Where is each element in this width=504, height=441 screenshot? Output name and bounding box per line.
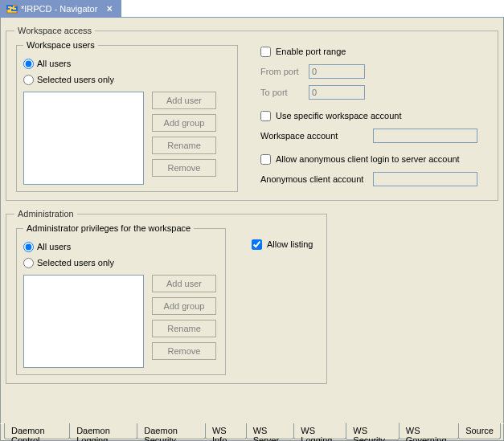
anonymous-account-input[interactable]	[373, 172, 477, 186]
enable-port-range-label: Enable port range	[276, 47, 346, 56]
bottom-tab-source[interactable]: Source	[458, 423, 501, 439]
radio-admin-selected-users-label: Selected users only	[37, 258, 114, 267]
bottom-tab-ws-logging[interactable]: WS Logging	[293, 423, 346, 439]
ws-add-group-button[interactable]: Add group	[152, 114, 216, 132]
workspace-account-input[interactable]	[373, 129, 477, 143]
to-port-label: To port	[260, 88, 309, 97]
ws-add-user-button[interactable]: Add user	[152, 92, 216, 109]
workspace-access-legend: Workspace access	[14, 26, 95, 35]
from-port-input[interactable]	[309, 64, 365, 79]
allow-anonymous-label: Allow anonymous client login to server a…	[276, 154, 460, 164]
bottom-tab-daemon-security[interactable]: Daemon Security	[137, 423, 206, 439]
admin-add-group-button[interactable]: Add group	[152, 297, 216, 315]
radio-admin-selected-users[interactable]	[23, 258, 34, 268]
close-icon[interactable]: ×	[104, 3, 115, 14]
use-specific-account-checkbox[interactable]	[260, 111, 271, 121]
to-port-input[interactable]	[309, 85, 365, 100]
ws-remove-button[interactable]: Remove	[152, 159, 216, 177]
workspace-users-legend: Workspace users	[23, 40, 98, 50]
allow-anonymous-checkbox[interactable]	[260, 154, 271, 165]
allow-listing-checkbox[interactable]	[252, 239, 262, 250]
administration-group: Administration Administrator privileges …	[6, 209, 327, 384]
admin-users-list[interactable]	[23, 275, 144, 368]
radio-ws-selected-users[interactable]	[23, 75, 34, 85]
radio-admin-all-users-label: All users	[37, 242, 71, 251]
bottom-tab-ws-governing[interactable]: WS Governing	[399, 423, 459, 439]
ws-rename-button[interactable]: Rename	[152, 137, 216, 154]
use-specific-account-label: Use specific workspace account	[276, 111, 402, 120]
radio-ws-selected-users-label: Selected users only	[37, 75, 114, 84]
bottom-tab-ws-info-[interactable]: WS Info.	[205, 423, 247, 439]
radio-ws-all-users[interactable]	[23, 59, 34, 69]
radio-ws-all-users-label: All users	[37, 59, 71, 68]
admin-privs-legend: Administrator privileges for the workspa…	[23, 223, 194, 233]
bottom-tab-ws-security[interactable]: WS Security	[346, 423, 399, 440]
admin-add-user-button[interactable]: Add user	[152, 275, 216, 292]
admin-remove-button[interactable]: Remove	[152, 342, 216, 360]
from-port-label: From port	[260, 67, 309, 76]
workspace-account-label: Workspace account	[260, 131, 373, 141]
bottom-tab-ws-server[interactable]: WS Server	[246, 423, 295, 439]
workspace-users-group: Workspace users All users Selected users…	[16, 40, 238, 192]
workspace-users-list[interactable]	[23, 92, 144, 185]
workspace-access-group: Workspace access Workspace users All use…	[6, 26, 498, 201]
bottom-tabbar: Daemon ControlDaemon LoggingDaemon Secur…	[0, 423, 504, 441]
top-tabbar: *IRPCD - Navigator ×	[0, 0, 504, 18]
administration-legend: Administration	[14, 209, 77, 218]
allow-listing-label: Allow listing	[267, 239, 313, 249]
radio-admin-all-users[interactable]	[23, 242, 34, 252]
editor-tab-label: *IRPCD - Navigator	[21, 4, 97, 14]
content-area: Workspace access Workspace users All use…	[0, 18, 504, 423]
editor-tab[interactable]: *IRPCD - Navigator ×	[0, 0, 121, 18]
bottom-tab-daemon-control[interactable]: Daemon Control	[4, 423, 70, 439]
admin-privs-group: Administrator privileges for the workspa…	[16, 223, 226, 375]
anonymous-account-label: Anonymous client account	[260, 174, 373, 184]
navigator-icon	[6, 3, 18, 14]
enable-port-range-checkbox[interactable]	[260, 47, 271, 57]
bottom-tab-daemon-logging[interactable]: Daemon Logging	[69, 423, 137, 439]
admin-rename-button[interactable]: Rename	[152, 320, 216, 337]
